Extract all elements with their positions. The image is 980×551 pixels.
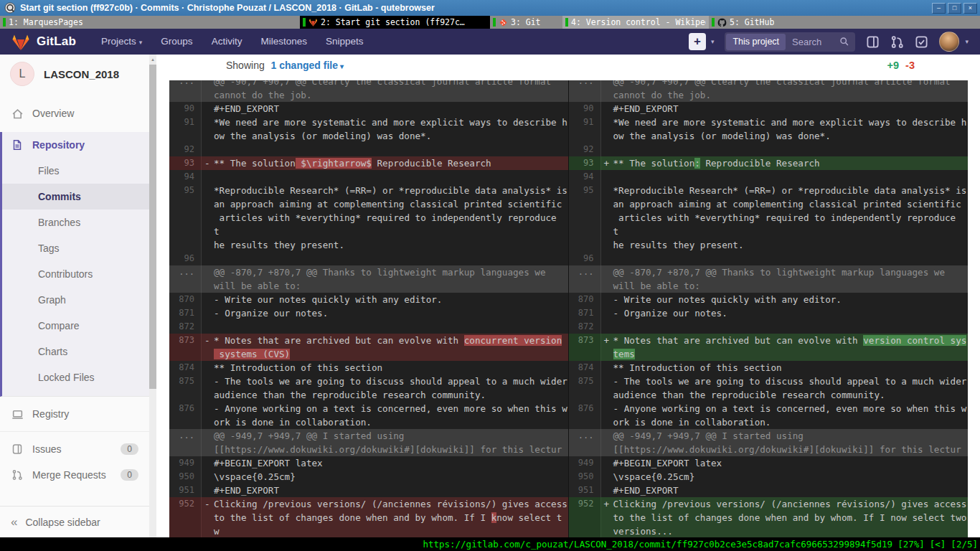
url-display: https://gitlab.com/c_pouzat/LASCON_2018/… xyxy=(423,539,892,550)
line-number[interactable]: 871 xyxy=(169,306,202,320)
line-number[interactable]: 951 xyxy=(169,484,202,497)
sidebar-item-overview[interactable]: Overview xyxy=(0,100,149,126)
diff-marker xyxy=(204,361,214,375)
diff-marker: - xyxy=(204,497,214,537)
tab-github[interactable]: 5: GitHub xyxy=(709,16,980,29)
diff-marker xyxy=(204,456,214,470)
sidebar-item-commits[interactable]: Commits xyxy=(2,184,149,209)
tab-start-git-section-selected[interactable]: 2: Start git section (ff927c… xyxy=(300,16,490,29)
line-number[interactable]: 949 xyxy=(169,456,202,470)
sidebar-item-branches[interactable]: Branches xyxy=(2,209,149,235)
line-number[interactable]: 875 xyxy=(569,375,601,402)
chevrons-left-icon: « xyxy=(11,515,17,529)
sidebar-item-contributors[interactable]: Contributors xyxy=(2,261,149,287)
line-number[interactable]: 95 xyxy=(569,184,601,252)
line-number[interactable]: 870 xyxy=(569,293,601,306)
tab-marquespages[interactable]: 1: MarquesPages xyxy=(0,16,300,29)
line-number[interactable]: 950 xyxy=(169,470,202,484)
line-number[interactable]: 951 xyxy=(569,484,601,497)
line-number[interactable]: 952 xyxy=(569,497,601,537)
line-number[interactable]: 874 xyxy=(169,361,202,375)
issue-boards-icon[interactable] xyxy=(866,35,880,49)
line-number[interactable]: 90 xyxy=(169,102,202,116)
collapse-sidebar-button[interactable]: « Collapse sidebar xyxy=(0,506,149,537)
scrollbar-up-arrow[interactable]: ▴ xyxy=(149,55,156,64)
line-number[interactable]: 875 xyxy=(169,375,202,402)
line-number[interactable]: 871 xyxy=(569,306,601,320)
line-number[interactable]: 94 xyxy=(169,170,202,184)
close-button[interactable]: × xyxy=(963,3,977,14)
search-box[interactable]: This project Search xyxy=(725,32,855,52)
diff-right-context: 95*Reproducible Research* (=RR=) or *rep… xyxy=(569,184,969,252)
user-menu[interactable]: ▾ xyxy=(939,32,969,52)
tab-version-control-wikipedia[interactable]: 4: Version control - Wikipedia xyxy=(562,16,709,29)
line-number[interactable]: 876 xyxy=(569,402,601,429)
diff-marker: + xyxy=(604,334,613,361)
new-menu-button[interactable]: + ▾ xyxy=(689,33,715,50)
nav-milestones[interactable]: Milestones xyxy=(251,29,316,55)
diff-row: 90#+END_EXPORT90#+END_EXPORT xyxy=(169,102,968,116)
line-number[interactable]: 872 xyxy=(569,320,601,334)
line-number[interactable]: 90 xyxy=(569,102,601,116)
diff-marker xyxy=(204,320,214,334)
sidebar-item-registry[interactable]: Registry xyxy=(0,401,149,427)
sidebar-scrollbar[interactable]: ▴ xyxy=(149,55,156,537)
line-number[interactable]: 872 xyxy=(169,320,202,334)
maximize-button[interactable]: □ xyxy=(948,3,961,14)
sidebar-item-graph[interactable]: Graph xyxy=(2,287,149,313)
line-number[interactable]: 92 xyxy=(169,143,202,156)
diff-marker: - xyxy=(204,334,214,361)
window-titlebar: Start git section (ff927c0b) · Commits ·… xyxy=(0,0,980,16)
line-number: ... xyxy=(169,265,202,293)
nav-groups[interactable]: Groups xyxy=(151,29,202,55)
line-number[interactable]: 93 xyxy=(169,156,202,170)
gitlab-logo[interactable]: GitLab xyxy=(11,33,76,51)
nav-activity[interactable]: Activity xyxy=(202,29,252,55)
line-number[interactable]: 95 xyxy=(169,184,202,252)
nav-snippets[interactable]: Snippets xyxy=(316,29,373,55)
line-number[interactable]: 91 xyxy=(569,116,601,143)
line-number[interactable]: 949 xyxy=(569,456,601,470)
line-number[interactable]: 876 xyxy=(169,402,202,429)
line-number[interactable]: 873 xyxy=(569,334,601,361)
scrollbar-thumb[interactable] xyxy=(149,65,156,389)
sidebar-item-label: Merge Requests xyxy=(32,469,106,481)
sidebar-item-compare[interactable]: Compare xyxy=(2,313,149,339)
line-number[interactable]: 91 xyxy=(169,116,202,143)
changed-files-dropdown[interactable]: 1 changed file▾ xyxy=(271,60,344,71)
sidebar-item-tags[interactable]: Tags xyxy=(2,235,149,261)
sidebar-item-merge-requests[interactable]: Merge Requests 0 xyxy=(0,462,149,488)
sidebar-item-issues[interactable]: Issues 0 xyxy=(0,436,149,462)
sidebar-item-label: Overview xyxy=(32,108,74,119)
repository-section: Repository Files Commits Branches Tags C… xyxy=(0,132,149,397)
line-number[interactable]: 96 xyxy=(569,252,601,265)
line-number[interactable]: 94 xyxy=(569,170,601,184)
line-number[interactable]: 93 xyxy=(569,156,601,170)
sidebar-item-files[interactable]: Files xyxy=(2,158,149,184)
nav-projects[interactable]: Projects▾ xyxy=(92,29,151,55)
line-content: *Reproducible Research* (=RR=) or *repro… xyxy=(601,184,969,252)
sidebar-item-repository[interactable]: Repository xyxy=(2,132,149,158)
sidebar-item-charts[interactable]: Charts xyxy=(2,339,149,364)
line-number[interactable]: 96 xyxy=(169,252,202,265)
diff-marker xyxy=(204,102,214,116)
line-number[interactable]: 870 xyxy=(169,293,202,306)
line-number[interactable]: 950 xyxy=(569,470,601,484)
line-text: - The tools we are going to discuss shou… xyxy=(613,375,967,402)
project-header[interactable]: L LASCON_2018 xyxy=(0,55,149,93)
tab-git[interactable]: 3: Git xyxy=(490,16,562,29)
search-input[interactable]: Search xyxy=(792,37,833,47)
line-number[interactable]: 92 xyxy=(569,143,601,156)
line-number[interactable]: 874 xyxy=(569,361,601,375)
todos-icon[interactable] xyxy=(915,35,928,49)
minimize-button[interactable]: – xyxy=(932,3,946,14)
chevron-down-icon: ▾ xyxy=(965,38,969,45)
line-number[interactable]: 873 xyxy=(169,334,202,361)
search-scope-chip[interactable]: This project xyxy=(726,34,786,50)
merge-requests-icon[interactable] xyxy=(890,35,904,49)
diff-row: ...@@ -870,7 +870,7 @@ Thanks to lightwe… xyxy=(169,265,968,293)
diff-left-context: 91*We need are more systematic and more … xyxy=(169,116,569,143)
sidebar-item-locked-files[interactable]: Locked Files xyxy=(2,364,149,390)
line-number[interactable]: 952 xyxy=(169,497,202,537)
diff-right-context: 94 xyxy=(569,170,969,184)
